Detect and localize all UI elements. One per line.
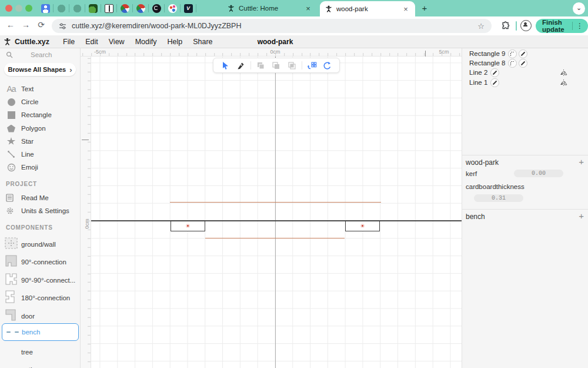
address-bar[interactable]: cuttle.xyz/@keremdiren/wood-park-ML0DJyy… (52, 19, 492, 33)
mirror-modifier-icon[interactable] (560, 78, 567, 89)
stroke-style-button[interactable] (490, 78, 499, 87)
kebab-menu-icon[interactable]: ⋮ (572, 22, 583, 30)
bench-leg-rectangle[interactable] (171, 221, 205, 231)
browse-all-shapes-button[interactable]: Browse All Shapes › (4, 63, 76, 76)
reload-icon[interactable]: ⟳ (35, 20, 47, 29)
add-parameter-button[interactable]: + (579, 157, 584, 167)
polygon-icon (5, 122, 18, 135)
shape-item-circle[interactable]: Circle (0, 95, 81, 108)
menu-help[interactable]: Help (162, 38, 188, 46)
window-zoom-button[interactable] (25, 5, 32, 12)
layer-row[interactable]: Line 2 (462, 68, 588, 77)
stroke-style-button[interactable] (519, 49, 527, 58)
search-field[interactable]: Search (0, 48, 81, 61)
ground-wall-thumbnail (5, 237, 18, 251)
site-settings-icon[interactable] (59, 22, 66, 30)
component-item-90-90-connection[interactable]: 90°-90°-connect... (0, 271, 81, 289)
corner-modifier-button[interactable] (508, 59, 517, 68)
extensions-icon[interactable] (501, 21, 510, 31)
boolean-intersect-button[interactable] (286, 59, 298, 71)
inspector-panel: Rectangle 9 Rectangle 8 Line 2 Line 1 wo… (462, 48, 588, 368)
repeat-modifier-button[interactable] (306, 59, 318, 71)
cursor-position-tick (82, 140, 89, 140)
origin-dot (187, 225, 189, 227)
pinned-tab-faded-2[interactable] (69, 0, 85, 16)
window-close-button[interactable] (5, 5, 12, 12)
app-menubar: Cuttle.xyz File Edit View Modify Help Sh… (0, 35, 588, 48)
faded-app-icon (73, 4, 82, 13)
pinned-tab-confetti[interactable] (165, 0, 180, 16)
tab-wood-park[interactable]: wood-park × (320, 1, 415, 16)
boolean-union-button[interactable] (255, 59, 267, 71)
pinned-tab-dark[interactable] (149, 0, 164, 16)
tab-close-icon[interactable]: × (304, 4, 312, 13)
finish-update-button[interactable]: Finish update ⋮ (536, 19, 588, 33)
pinned-tab-plant[interactable] (85, 0, 101, 16)
profile-avatar-icon[interactable] (520, 20, 532, 31)
window-minimize-button[interactable] (15, 5, 22, 12)
menu-file[interactable]: File (58, 38, 80, 46)
pinned-tab-contacts[interactable] (38, 0, 53, 16)
new-tab-button[interactable]: + (419, 2, 430, 14)
component-item-90-connection[interactable]: 90°-connection (0, 253, 81, 271)
brand-label: Cuttle.xyz (15, 38, 49, 46)
sidebar-item-units-settings[interactable]: Units & Settings (0, 204, 81, 217)
back-icon[interactable]: ← (5, 20, 16, 29)
layer-row[interactable]: Rectangle 8 (462, 58, 588, 68)
ground-line-shape[interactable] (91, 220, 462, 221)
shape-item-line[interactable]: Line (0, 148, 81, 161)
component-item-bench-selected[interactable]: bench (2, 323, 79, 341)
bench-bottom-line-shape[interactable] (205, 238, 345, 238)
add-parameter-button[interactable]: + (579, 211, 584, 221)
bookmark-star-icon[interactable]: ☆ (477, 22, 485, 31)
component-item-path[interactable]: path (0, 361, 81, 368)
component-item-tree[interactable]: tree (0, 343, 81, 361)
pinned-tab-pinwheel-2[interactable] (133, 0, 148, 16)
design-canvas[interactable] (91, 57, 462, 368)
pinwheel-icon (121, 4, 129, 13)
shape-item-text[interactable]: Aa Text (0, 82, 81, 95)
corner-modifier-button[interactable] (508, 49, 517, 58)
menu-view[interactable]: View (103, 38, 130, 46)
rotate-modifier-button[interactable] (322, 59, 333, 71)
shape-item-emoji[interactable]: Emoji (0, 161, 81, 174)
sidebar-item-read-me[interactable]: Read Me (0, 191, 81, 204)
component-item-ground-wall[interactable]: ground/wall (0, 236, 81, 253)
toolbar-separator (302, 61, 302, 69)
component-item-180-connection[interactable]: 180°-connection (0, 289, 81, 307)
pen-tool-button[interactable] (235, 59, 247, 71)
kerf-value-field[interactable]: 0.00 (514, 170, 563, 177)
layer-row[interactable]: Rectangle 9 (462, 49, 588, 58)
cuttle-brand[interactable]: Cuttle.xyz (4, 38, 49, 46)
book-icon (105, 4, 113, 13)
shape-item-polygon[interactable]: Polygon (0, 122, 81, 135)
layer-row[interactable]: Line 1 (462, 78, 588, 87)
stroke-style-button[interactable] (490, 68, 499, 77)
bench-top-line-shape[interactable] (170, 202, 381, 203)
cardboardthickness-value-field[interactable]: 0.31 (474, 194, 523, 202)
bench-section-title: bench (466, 213, 485, 221)
menu-share[interactable]: Share (188, 38, 218, 46)
menu-edit[interactable]: Edit (80, 38, 103, 46)
stroke-style-button[interactable] (519, 59, 527, 68)
emoji-icon (5, 161, 18, 174)
tab-cuttle-home[interactable]: Cuttle: Home × (222, 0, 318, 16)
pinned-tab-pinwheel-1[interactable] (117, 0, 132, 16)
component-item-door[interactable]: door (0, 307, 81, 325)
bench-leg-rectangle[interactable] (345, 221, 380, 231)
forward-icon[interactable]: → (20, 20, 32, 29)
menu-modify[interactable]: Modify (130, 38, 162, 46)
pinned-tab-v[interactable]: V (181, 0, 196, 16)
boolean-subtract-button[interactable] (270, 59, 282, 71)
select-tool-button[interactable] (219, 59, 231, 71)
ruler-label: 5cm (439, 49, 449, 55)
pinned-tab-book[interactable] (101, 0, 116, 16)
shape-item-rectangle[interactable]: Rectangle (0, 108, 81, 121)
canvas-toolbar (213, 58, 340, 73)
tab-search-button[interactable]: ⌄ (573, 2, 585, 15)
document-title: wood-park (258, 38, 293, 46)
shape-item-star[interactable]: Star (0, 135, 81, 148)
pinned-tab-faded-1[interactable] (54, 0, 69, 16)
project-section-header: PROJECT (6, 181, 37, 187)
tab-close-icon[interactable]: × (402, 5, 410, 14)
